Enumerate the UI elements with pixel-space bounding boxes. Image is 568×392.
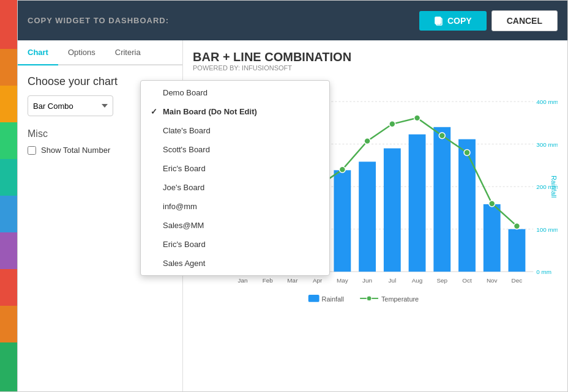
chart-title-area: BAR + LINE COMBINATION POWERED BY: INFUS… xyxy=(193,50,558,72)
dropdown-item-erics-board-2[interactable]: Eric's Board xyxy=(141,235,329,254)
tabs-container: Chart Options Criteria xyxy=(18,40,182,65)
dropdown-item-label: info@mm xyxy=(163,202,197,211)
dropdown-item-label: Sales@MM xyxy=(163,221,204,230)
dropdown-item-info-mm[interactable]: info@mm xyxy=(141,197,329,216)
chart-main-title: BAR + LINE COMBINATION xyxy=(193,50,558,64)
svg-text:Mar: Mar xyxy=(287,277,298,284)
dropdown-item-label: Joe's Board xyxy=(163,183,204,192)
svg-point-43 xyxy=(464,150,470,156)
cancel-button[interactable]: CANCEL xyxy=(491,10,558,31)
dropdown-item-sales-mm[interactable]: Sales@MM xyxy=(141,216,329,235)
svg-rect-28 xyxy=(384,149,401,272)
svg-text:Apr: Apr xyxy=(313,277,323,284)
dropdown-item-label: Eric's Board xyxy=(163,164,206,173)
svg-point-38 xyxy=(339,166,345,172)
dropdown-item-erics-board-1[interactable]: Eric's Board xyxy=(141,159,329,178)
svg-text:100 mm: 100 mm xyxy=(536,226,558,233)
dropdown-item-clates-board[interactable]: Clate's Board xyxy=(141,121,329,140)
svg-point-42 xyxy=(439,133,445,139)
dropdown-item-label: Demo Board xyxy=(163,88,207,97)
svg-text:0 mm: 0 mm xyxy=(536,268,551,275)
svg-point-45 xyxy=(514,223,520,229)
background-strips xyxy=(0,0,17,392)
modal-body: Chart Options Criteria Choose your chart… xyxy=(18,40,567,391)
svg-text:Temperature: Temperature xyxy=(381,295,419,303)
svg-text:Nov: Nov xyxy=(487,277,498,284)
copy-widget-label: COPY WIDGET TO DASHBOARD: xyxy=(28,16,169,25)
show-total-label: Show Total Number xyxy=(41,146,110,155)
svg-text:300 mm: 300 mm xyxy=(536,141,558,148)
dropdown-item-label: Clate's Board xyxy=(163,126,211,135)
dropdown-item-sales-agent[interactable]: Sales Agent xyxy=(141,254,329,273)
svg-text:Jul: Jul xyxy=(388,277,396,284)
svg-point-40 xyxy=(389,121,395,127)
svg-rect-32 xyxy=(484,204,501,272)
dropdown-item-main-board[interactable]: ✓ Main Board (Do Not Edit) xyxy=(141,102,329,121)
svg-rect-1 xyxy=(435,17,441,24)
svg-rect-33 xyxy=(509,229,526,272)
dropdown-item-joes-board[interactable]: Joe's Board xyxy=(141,178,329,197)
copy-button[interactable]: COPY xyxy=(419,11,487,31)
svg-text:Rainfall: Rainfall xyxy=(550,176,558,198)
tab-options[interactable]: Options xyxy=(58,40,105,65)
svg-rect-29 xyxy=(409,135,426,272)
svg-point-44 xyxy=(489,201,495,207)
chart-subtitle: POWERED BY: INFUSIONSOFT xyxy=(193,64,558,72)
svg-text:Jun: Jun xyxy=(362,277,372,284)
dropdown-item-label: Scott's Board xyxy=(163,145,210,154)
tab-chart[interactable]: Chart xyxy=(18,40,58,65)
svg-rect-31 xyxy=(458,139,476,272)
dropdown-item-label: Main Board (Do Not Edit) xyxy=(163,107,257,116)
tab-criteria[interactable]: Criteria xyxy=(105,40,151,65)
svg-rect-58 xyxy=(308,295,320,302)
modal-header: COPY WIDGET TO DASHBOARD: COPY CANCEL xyxy=(18,1,567,40)
modal: COPY WIDGET TO DASHBOARD: COPY CANCEL Ch… xyxy=(17,0,568,392)
copy-button-label: COPY xyxy=(447,16,472,26)
svg-text:Sep: Sep xyxy=(436,277,447,284)
svg-text:Dec: Dec xyxy=(512,277,523,284)
svg-text:May: May xyxy=(337,277,348,284)
copy-icon xyxy=(434,16,444,26)
svg-text:Feb: Feb xyxy=(263,277,274,284)
dropdown-item-label: Sales Agent xyxy=(163,259,205,268)
svg-rect-27 xyxy=(359,161,376,272)
dropdown-item-label: Eric's Board xyxy=(163,240,206,249)
dropdown-item-scotts-board[interactable]: Scott's Board xyxy=(141,140,329,159)
svg-rect-26 xyxy=(334,170,351,272)
svg-text:Rainfall: Rainfall xyxy=(322,295,344,303)
svg-text:Jan: Jan xyxy=(237,277,247,284)
svg-text:Oct: Oct xyxy=(462,277,472,284)
dropdown-item-demo-board[interactable]: Demo Board xyxy=(141,83,329,102)
svg-text:400 mm: 400 mm xyxy=(536,98,558,105)
svg-rect-30 xyxy=(433,127,450,272)
svg-text:Aug: Aug xyxy=(412,277,423,284)
chart-type-select[interactable]: Bar Combo Bar Line Pie xyxy=(28,95,113,116)
svg-point-39 xyxy=(364,138,370,144)
svg-point-41 xyxy=(414,115,420,121)
svg-point-61 xyxy=(367,296,372,301)
dashboard-dropdown[interactable]: Demo Board ✓ Main Board (Do Not Edit) Cl… xyxy=(140,80,330,276)
show-total-checkbox[interactable] xyxy=(28,146,36,155)
